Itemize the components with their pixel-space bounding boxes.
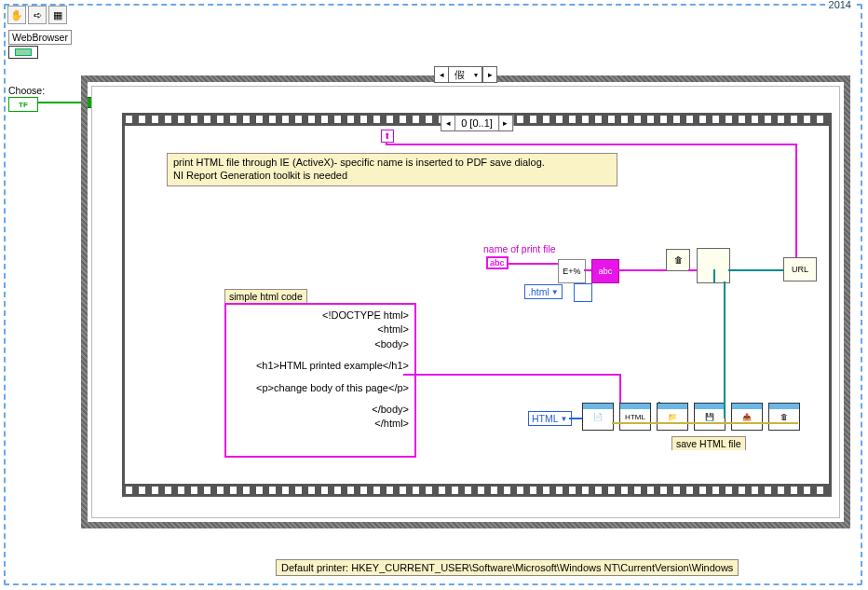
dropdown-icon: ▼ <box>561 415 568 423</box>
shift-register-up-icon[interactable]: ⬆ <box>381 130 394 143</box>
seq-prev-icon[interactable]: ◂ <box>441 115 455 131</box>
pan-tool-icon[interactable]: ✋ <box>7 6 26 24</box>
arrow-tool-icon[interactable]: ➪ <box>28 6 47 24</box>
set-path-node[interactable]: 📁 <box>657 403 688 431</box>
sequence-selector[interactable]: ◂ 0 [0..1] ▸ <box>441 115 513 131</box>
choose-label: Choose: <box>8 85 45 96</box>
html-string-constant[interactable]: <!DOCTYPE html> <html> <body> <h1>HTML p… <box>224 303 416 458</box>
url-node[interactable]: URL <box>783 257 817 281</box>
ext-constant[interactable]: .html▼ <box>524 284 563 299</box>
dispose-report-node[interactable]: 🗑 <box>768 403 800 431</box>
format-string-node[interactable]: E+% <box>558 259 586 283</box>
append-html-node[interactable]: HTML <box>619 403 651 431</box>
string-concat-node[interactable]: abc <box>591 259 619 283</box>
choose-terminal: Choose: TF <box>8 85 45 112</box>
case-prev-icon[interactable]: ◂ <box>434 66 449 83</box>
comment-line2: NI Report Generation toolkit is needed <box>173 170 611 183</box>
dropdown-icon: ▼ <box>551 288 559 296</box>
webbrowser-label: WebBrowser <box>8 30 72 45</box>
seq-value[interactable]: 0 [0..1] <box>455 115 498 131</box>
html-type-constant[interactable]: HTML▼ <box>528 411 572 426</box>
toolbar: ✋ ➪ ▦ <box>7 6 67 24</box>
webbrowser-terminal: WebBrowser <box>8 30 72 59</box>
footer-note: Default printer: HKEY_CURRENT_USER\Softw… <box>276 559 739 576</box>
printfile-terminal[interactable]: abc <box>486 256 509 269</box>
save-html-row: 📄 HTML 📁 💾 📤 🗑 <box>582 403 800 431</box>
webbrowser-connector[interactable] <box>8 46 38 59</box>
save-to-url-node[interactable]: 📤 <box>731 403 763 431</box>
case-dropdown-icon[interactable]: ▾ <box>470 66 482 83</box>
error-wire <box>612 422 798 424</box>
case-value[interactable]: 假 <box>449 66 470 83</box>
choose-connector[interactable]: TF <box>8 97 38 112</box>
comment-main: print HTML file through IE (ActiveX)- sp… <box>167 153 617 186</box>
case-selector[interactable]: ◂ 假 ▾ ▸ <box>434 66 497 83</box>
highlight-tool-icon[interactable]: ▦ <box>48 6 67 24</box>
wire-enum <box>569 418 582 419</box>
comment-line1: print HTML file through IE (ActiveX)- sp… <box>173 157 611 170</box>
bundle-node[interactable] <box>574 283 592 302</box>
save-report-node[interactable]: 💾 <box>694 403 726 431</box>
case-next-icon[interactable]: ▸ <box>482 66 497 83</box>
new-report-node[interactable]: 📄 <box>582 403 614 431</box>
delete-file-node[interactable]: 🗑 <box>666 249 690 271</box>
printfile-label: name of print file <box>483 243 556 254</box>
save-html-label: save HTML file <box>671 436 746 450</box>
html-box-label: simple html code <box>224 289 307 303</box>
stacked-sequence[interactable]: ◂ 0 [0..1] ▸ ⬆ print HTML file through I… <box>122 113 832 497</box>
wire-bool <box>37 102 81 103</box>
seq-next-icon[interactable]: ▸ <box>498 115 513 131</box>
year-badge: 2014 <box>825 0 855 11</box>
case-structure[interactable]: ◂ 假 ▾ ▸ ◂ 0 [0..1] ▸ ⬆ print HTML file t… <box>81 75 850 528</box>
